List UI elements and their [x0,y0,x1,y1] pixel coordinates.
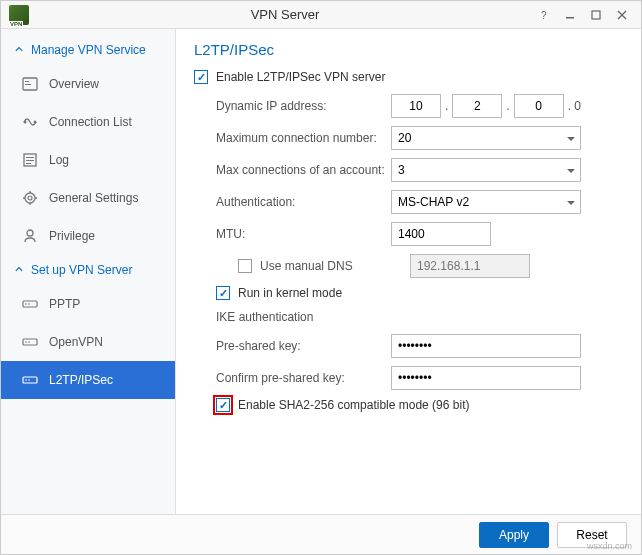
svg-rect-9 [26,157,34,158]
svg-point-16 [25,303,27,305]
section-manage[interactable]: Manage VPN Service [1,35,175,65]
sidebar-item-label: L2TP/IPSec [49,373,113,387]
sidebar-item-overview[interactable]: Overview [1,65,175,103]
sidebar-item-log[interactable]: Log [1,141,175,179]
svg-text:?: ? [541,10,547,20]
maximize-button[interactable] [585,6,607,24]
sidebar-item-privilege[interactable]: Privilege [1,217,175,255]
mtu-input[interactable] [391,222,491,246]
sidebar-item-openvpn[interactable]: OpenVPN [1,323,175,361]
manual-dns-input [410,254,530,278]
ip-suffix: . 0 [568,99,581,113]
close-button[interactable] [611,6,633,24]
sidebar-item-label: Connection List [49,115,132,129]
psk-input[interactable] [391,334,581,358]
page-title: L2TP/IPSec [194,41,623,58]
sidebar-item-label: Privilege [49,229,95,243]
enable-label: Enable L2TP/IPSec VPN server [216,70,385,84]
main-panel: L2TP/IPSec Enable L2TP/IPSec VPN server … [176,29,641,514]
sidebar-item-label: OpenVPN [49,335,103,349]
svg-point-13 [28,196,32,200]
enable-row: Enable L2TP/IPSec VPN server [194,70,623,84]
sidebar-item-label: Overview [49,77,99,91]
psk-label: Pre-shared key: [216,339,391,353]
svg-rect-1 [566,17,574,19]
overview-icon [21,75,39,93]
svg-rect-10 [26,160,34,161]
max-conn-select[interactable] [391,126,581,150]
window-title: VPN Server [37,7,533,22]
svg-rect-2 [592,11,600,19]
svg-rect-11 [26,163,31,164]
sidebar: Manage VPN Service Overview Connection L… [1,29,176,514]
ip-b-input[interactable] [452,94,502,118]
openvpn-icon [21,333,39,351]
svg-rect-5 [25,84,31,85]
svg-point-7 [34,121,37,124]
apply-button[interactable]: Apply [479,522,549,548]
section-label: Manage VPN Service [31,43,146,57]
minimize-button[interactable] [559,6,581,24]
reset-button[interactable]: Reset [557,522,627,548]
max-acct-select[interactable] [391,158,581,182]
pptp-icon [21,295,39,313]
sha2-label: Enable SHA2-256 compatible mode (96 bit) [238,398,469,412]
help-button[interactable]: ? [533,6,555,24]
sidebar-item-label: PPTP [49,297,80,311]
ip-dot: . [445,99,448,113]
section-label: Set up VPN Server [31,263,132,277]
ip-dot: . [506,99,509,113]
svg-rect-18 [23,339,37,345]
manual-dns-checkbox[interactable] [238,259,252,273]
ike-label: IKE authentication [194,310,623,324]
auth-label: Authentication: [216,195,391,209]
privilege-icon [21,227,39,245]
enable-checkbox[interactable] [194,70,208,84]
dynamic-ip-label: Dynamic IP address: [216,99,391,113]
chevron-down-icon [15,43,23,57]
window-controls: ? [533,6,633,24]
max-conn-label: Maximum connection number: [216,131,391,145]
footer: Apply Reset [1,514,641,554]
l2tp-icon [21,371,39,389]
chevron-down-icon [15,263,23,277]
svg-point-14 [27,230,33,236]
ip-a-input[interactable] [391,94,441,118]
svg-rect-4 [25,81,29,82]
sidebar-item-connection[interactable]: Connection List [1,103,175,141]
confirm-psk-label: Confirm pre-shared key: [216,371,391,385]
settings-icon [21,189,39,207]
svg-rect-15 [23,301,37,307]
svg-point-22 [25,379,27,381]
ip-c-input[interactable] [514,94,564,118]
svg-point-12 [25,193,35,203]
svg-point-23 [28,379,30,381]
sidebar-item-l2tp[interactable]: L2TP/IPSec [1,361,175,399]
svg-point-20 [28,341,30,343]
mtu-label: MTU: [216,227,391,241]
svg-rect-21 [23,377,37,383]
sidebar-item-label: General Settings [49,191,138,205]
titlebar: VPN Server ? [1,1,641,29]
kernel-mode-label: Run in kernel mode [238,286,342,300]
confirm-psk-input[interactable] [391,366,581,390]
svg-point-17 [28,303,30,305]
app-icon [9,5,29,25]
svg-point-6 [24,121,27,124]
section-setup[interactable]: Set up VPN Server [1,255,175,285]
sha2-checkbox[interactable] [216,398,230,412]
sidebar-item-pptp[interactable]: PPTP [1,285,175,323]
max-acct-label: Max connections of an account: [216,163,391,177]
svg-point-19 [25,341,27,343]
sidebar-item-label: Log [49,153,69,167]
sidebar-item-settings[interactable]: General Settings [1,179,175,217]
connection-icon [21,113,39,131]
log-icon [21,151,39,169]
kernel-mode-checkbox[interactable] [216,286,230,300]
manual-dns-label: Use manual DNS [260,259,410,273]
auth-select[interactable] [391,190,581,214]
